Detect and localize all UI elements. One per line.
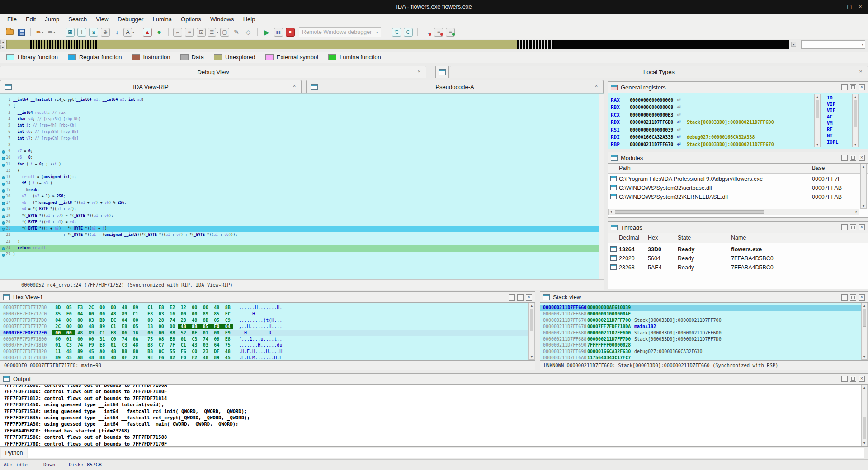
code-line[interactable]: 12 { bbox=[0, 168, 604, 174]
thread-row[interactable]: 1326433D0Readyflowers.exe bbox=[608, 245, 868, 254]
debugger-window-2-icon[interactable]: ≡ bbox=[184, 27, 195, 37]
hex-byte[interactable]: 08 bbox=[211, 337, 222, 342]
hex-byte[interactable]: 00 bbox=[97, 311, 108, 316]
float-panel-icon[interactable] bbox=[850, 155, 856, 161]
hex-byte[interactable]: 85 bbox=[52, 311, 64, 316]
hex-byte[interactable]: 89 bbox=[119, 311, 130, 316]
menu-item-lumina[interactable]: Lumina bbox=[148, 14, 176, 24]
module-row[interactable]: C:\WINDOWS\System32\ucrtbase.dll00007FFA… bbox=[608, 183, 868, 193]
hex-byte[interactable]: 8D bbox=[200, 318, 212, 323]
hex-byte[interactable]: 8C bbox=[156, 349, 167, 354]
hex-byte[interactable]: 08 bbox=[156, 337, 167, 342]
thread-row[interactable]: 232685AE4Ready7FFABA4D5BC0 bbox=[608, 263, 868, 272]
hex-byte[interactable]: 00 bbox=[156, 330, 167, 335]
code-line[interactable]: 5 int i; // [rsp+4h] [rbp-Ch] bbox=[0, 123, 604, 129]
quick-c-2-icon[interactable]: C' bbox=[403, 27, 414, 37]
trace-list-icon[interactable]: ≡ bbox=[445, 27, 456, 37]
hex-byte[interactable]: F0 bbox=[178, 355, 189, 360]
hex-byte[interactable]: E2 bbox=[167, 305, 178, 310]
maximize-panel-icon[interactable] bbox=[841, 84, 848, 90]
hex-byte[interactable]: 52 bbox=[178, 330, 189, 335]
close-panel-icon[interactable]: × bbox=[859, 155, 865, 161]
modules-header[interactable]: PathBase bbox=[608, 164, 868, 174]
hex-row[interactable]: 00007FF7FDF717D004000083BDEC040000287428… bbox=[0, 317, 535, 324]
close-ida-view-icon[interactable]: × bbox=[291, 83, 297, 89]
hex-byte[interactable]: 8D bbox=[52, 305, 64, 310]
hex-byte[interactable]: 01 bbox=[64, 337, 75, 342]
hex-byte[interactable]: 74 bbox=[119, 337, 130, 342]
type-window-icon[interactable]: T bbox=[76, 27, 87, 37]
hex-byte[interactable]: EC bbox=[108, 318, 119, 323]
code-line[interactable]: 3 __int64 result; // rax bbox=[0, 110, 604, 117]
hex-byte[interactable]: 60 bbox=[52, 337, 64, 342]
hex-byte[interactable]: F0 bbox=[64, 311, 75, 316]
hex-byte[interactable]: 23 bbox=[200, 349, 212, 354]
navband-scroll-icon[interactable]: ▸ bbox=[791, 42, 796, 47]
hex-byte[interactable]: 00 bbox=[75, 337, 86, 342]
tab-ida-view-rip[interactable]: IDA View-RIP × bbox=[0, 80, 302, 93]
hex-byte[interactable]: BD bbox=[97, 318, 108, 323]
hex-byte[interactable]: 2C bbox=[86, 305, 97, 310]
hex-byte[interactable]: 89 bbox=[52, 355, 64, 360]
tab-local-types[interactable]: Local Types × bbox=[450, 66, 868, 78]
hex-byte[interactable]: 9E bbox=[145, 355, 156, 360]
stack-row[interactable]: 000000211D7FF6907FFFFFFF00000028 bbox=[540, 342, 868, 348]
hex-byte[interactable]: 00 bbox=[86, 337, 97, 342]
hex-byte[interactable]: E9 bbox=[222, 330, 234, 335]
hex-byte[interactable]: 00 bbox=[200, 305, 212, 310]
hex-byte[interactable]: 48 bbox=[200, 355, 212, 360]
hex-byte[interactable]: 83 bbox=[86, 318, 97, 323]
code-line[interactable]: 8 bbox=[0, 142, 604, 149]
hex-byte[interactable]: 74 bbox=[200, 337, 212, 342]
hex-byte[interactable]: 48 bbox=[75, 330, 86, 335]
stack-row[interactable]: 000000211D7FF67800007FF7FDF718DAmain+182 bbox=[540, 324, 868, 330]
hex-byte[interactable]: 05 bbox=[130, 324, 142, 329]
menu-item-debugger[interactable]: Debugger bbox=[113, 14, 148, 24]
hex-byte[interactable]: 89 bbox=[86, 330, 97, 335]
hex-byte[interactable]: 00 bbox=[178, 311, 189, 316]
maximize-panel-icon[interactable] bbox=[841, 155, 848, 161]
hex-row[interactable]: 00007FF7FDF7182011488945A048B888B88C55F6… bbox=[0, 348, 535, 355]
hex-byte[interactable]: 0A bbox=[130, 337, 142, 342]
hex-byte[interactable]: 2E bbox=[130, 355, 142, 360]
close-panel-icon[interactable]: × bbox=[859, 294, 865, 301]
open-file-icon[interactable] bbox=[4, 27, 15, 37]
hex-byte[interactable]: 48 bbox=[108, 311, 119, 316]
hex-byte[interactable]: 00 bbox=[189, 305, 200, 310]
maximize-panel-icon[interactable] bbox=[841, 294, 848, 301]
stack-row[interactable]: 000000211D7FF688000000211D7FF7D0Stack[00… bbox=[540, 336, 868, 343]
trace-gray-icon[interactable]: ✒▾ bbox=[46, 27, 57, 37]
python-cli-input[interactable] bbox=[28, 448, 864, 458]
hex-byte[interactable]: 48 bbox=[86, 355, 97, 360]
stack-view-panel[interactable]: 000000211D7FF66000000000AE61003900000021… bbox=[540, 303, 868, 361]
hex-byte[interactable]: 74 bbox=[75, 343, 86, 348]
hex-byte[interactable]: 00 bbox=[189, 311, 200, 316]
hex-byte[interactable]: 55 bbox=[167, 349, 178, 354]
hex-byte[interactable]: 74 bbox=[167, 318, 178, 323]
segments-icon[interactable]: ⊕ bbox=[100, 27, 111, 37]
hex-byte[interactable]: 00 bbox=[211, 330, 222, 335]
hex-byte[interactable]: 48 bbox=[178, 324, 189, 329]
hex-byte[interactable]: C1 bbox=[108, 324, 119, 329]
menu-item-edit[interactable]: Edit bbox=[21, 14, 40, 24]
hex-byte[interactable]: 85 bbox=[211, 311, 222, 316]
hex-row[interactable]: 00007FF7FDF717E02C00004889C1E80513000048… bbox=[0, 324, 535, 330]
hex-byte[interactable]: 00 bbox=[64, 318, 75, 323]
code-line[interactable]: 10 v6 = 0; bbox=[0, 155, 604, 161]
pseudocode-view[interactable]: 1__int64 __fastcall rc4_crypt(__int64 a1… bbox=[0, 93, 604, 279]
hex-byte[interactable]: F9 bbox=[86, 343, 97, 348]
hex-byte[interactable]: 75 bbox=[145, 337, 156, 342]
menu-item-file[interactable]: File bbox=[3, 14, 21, 24]
hex-byte[interactable]: 00 bbox=[108, 305, 119, 310]
hex-byte[interactable]: BF bbox=[189, 330, 200, 335]
hex-byte[interactable]: 00 bbox=[97, 305, 108, 310]
hex-byte[interactable]: 64 bbox=[211, 343, 222, 348]
trace-color-icon[interactable]: ✒▾ bbox=[34, 27, 45, 37]
start-process-icon[interactable]: ▶ bbox=[261, 27, 272, 37]
hex-byte[interactable]: 05 bbox=[211, 318, 222, 323]
hex-byte[interactable]: E8 bbox=[167, 337, 178, 342]
hex-byte[interactable]: B8 bbox=[97, 355, 108, 360]
debugger-select-combo[interactable]: Remote Windows debugger▾ bbox=[299, 27, 381, 37]
float-panel-icon[interactable] bbox=[850, 294, 856, 301]
hex-byte[interactable]: E8 bbox=[222, 337, 234, 342]
